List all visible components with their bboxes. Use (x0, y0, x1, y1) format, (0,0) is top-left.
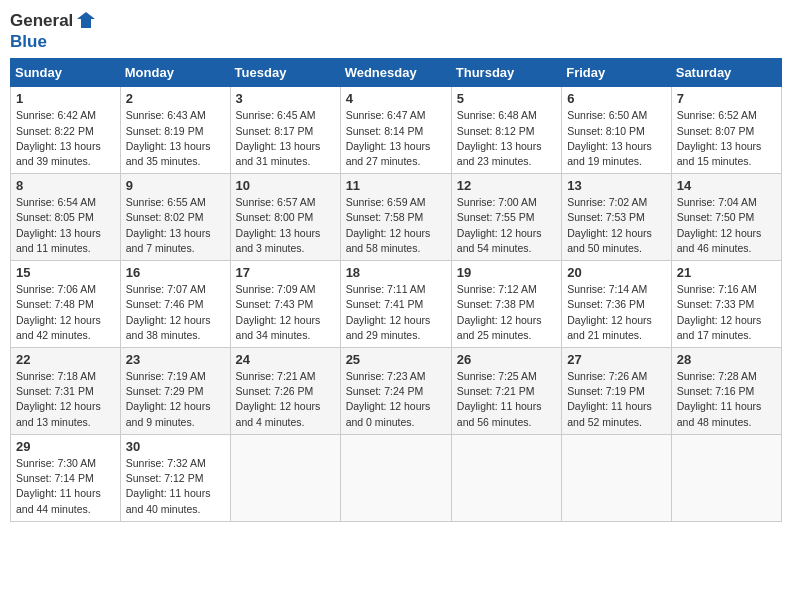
day-info: Sunrise: 7:30 AMSunset: 7:14 PMDaylight:… (16, 456, 115, 517)
day-number: 25 (346, 352, 446, 367)
calendar-week-5: 29Sunrise: 7:30 AMSunset: 7:14 PMDayligh… (11, 434, 782, 521)
calendar-cell: 6Sunrise: 6:50 AMSunset: 8:10 PMDaylight… (562, 87, 672, 174)
day-info: Sunrise: 7:11 AMSunset: 7:41 PMDaylight:… (346, 282, 446, 343)
day-info: Sunrise: 7:02 AMSunset: 7:53 PMDaylight:… (567, 195, 666, 256)
calendar-table: SundayMondayTuesdayWednesdayThursdayFrid… (10, 58, 782, 521)
weekday-header-saturday: Saturday (671, 59, 781, 87)
calendar-cell: 4Sunrise: 6:47 AMSunset: 8:14 PMDaylight… (340, 87, 451, 174)
calendar-cell: 19Sunrise: 7:12 AMSunset: 7:38 PMDayligh… (451, 261, 561, 348)
day-number: 8 (16, 178, 115, 193)
calendar-cell: 24Sunrise: 7:21 AMSunset: 7:26 PMDayligh… (230, 348, 340, 435)
day-number: 28 (677, 352, 776, 367)
day-number: 15 (16, 265, 115, 280)
weekday-header-friday: Friday (562, 59, 672, 87)
day-info: Sunrise: 7:04 AMSunset: 7:50 PMDaylight:… (677, 195, 776, 256)
day-info: Sunrise: 7:26 AMSunset: 7:19 PMDaylight:… (567, 369, 666, 430)
calendar-cell: 2Sunrise: 6:43 AMSunset: 8:19 PMDaylight… (120, 87, 230, 174)
calendar-cell: 5Sunrise: 6:48 AMSunset: 8:12 PMDaylight… (451, 87, 561, 174)
day-info: Sunrise: 7:09 AMSunset: 7:43 PMDaylight:… (236, 282, 335, 343)
day-number: 26 (457, 352, 556, 367)
calendar-week-3: 15Sunrise: 7:06 AMSunset: 7:48 PMDayligh… (11, 261, 782, 348)
day-info: Sunrise: 6:43 AMSunset: 8:19 PMDaylight:… (126, 108, 225, 169)
calendar-cell: 9Sunrise: 6:55 AMSunset: 8:02 PMDaylight… (120, 174, 230, 261)
logo-container: General Blue (10, 10, 97, 52)
day-number: 23 (126, 352, 225, 367)
calendar-cell: 16Sunrise: 7:07 AMSunset: 7:46 PMDayligh… (120, 261, 230, 348)
day-info: Sunrise: 6:48 AMSunset: 8:12 PMDaylight:… (457, 108, 556, 169)
calendar-cell: 15Sunrise: 7:06 AMSunset: 7:48 PMDayligh… (11, 261, 121, 348)
day-info: Sunrise: 7:18 AMSunset: 7:31 PMDaylight:… (16, 369, 115, 430)
day-number: 18 (346, 265, 446, 280)
day-info: Sunrise: 7:07 AMSunset: 7:46 PMDaylight:… (126, 282, 225, 343)
day-info: Sunrise: 7:23 AMSunset: 7:24 PMDaylight:… (346, 369, 446, 430)
day-info: Sunrise: 6:52 AMSunset: 8:07 PMDaylight:… (677, 108, 776, 169)
calendar-cell (451, 434, 561, 521)
day-number: 14 (677, 178, 776, 193)
day-info: Sunrise: 7:25 AMSunset: 7:21 PMDaylight:… (457, 369, 556, 430)
day-info: Sunrise: 6:42 AMSunset: 8:22 PMDaylight:… (16, 108, 115, 169)
calendar-cell: 12Sunrise: 7:00 AMSunset: 7:55 PMDayligh… (451, 174, 561, 261)
day-number: 21 (677, 265, 776, 280)
day-number: 20 (567, 265, 666, 280)
page-header: General Blue (10, 10, 782, 52)
calendar-cell (230, 434, 340, 521)
day-info: Sunrise: 7:21 AMSunset: 7:26 PMDaylight:… (236, 369, 335, 430)
day-number: 27 (567, 352, 666, 367)
calendar-cell: 13Sunrise: 7:02 AMSunset: 7:53 PMDayligh… (562, 174, 672, 261)
calendar-week-4: 22Sunrise: 7:18 AMSunset: 7:31 PMDayligh… (11, 348, 782, 435)
day-number: 4 (346, 91, 446, 106)
calendar-cell: 30Sunrise: 7:32 AMSunset: 7:12 PMDayligh… (120, 434, 230, 521)
calendar-cell: 26Sunrise: 7:25 AMSunset: 7:21 PMDayligh… (451, 348, 561, 435)
calendar-cell: 27Sunrise: 7:26 AMSunset: 7:19 PMDayligh… (562, 348, 672, 435)
day-info: Sunrise: 7:00 AMSunset: 7:55 PMDaylight:… (457, 195, 556, 256)
day-number: 12 (457, 178, 556, 193)
day-info: Sunrise: 7:06 AMSunset: 7:48 PMDaylight:… (16, 282, 115, 343)
day-info: Sunrise: 6:59 AMSunset: 7:58 PMDaylight:… (346, 195, 446, 256)
calendar-week-2: 8Sunrise: 6:54 AMSunset: 8:05 PMDaylight… (11, 174, 782, 261)
day-info: Sunrise: 7:32 AMSunset: 7:12 PMDaylight:… (126, 456, 225, 517)
day-number: 30 (126, 439, 225, 454)
calendar-cell: 21Sunrise: 7:16 AMSunset: 7:33 PMDayligh… (671, 261, 781, 348)
day-info: Sunrise: 7:14 AMSunset: 7:36 PMDaylight:… (567, 282, 666, 343)
calendar-cell: 1Sunrise: 6:42 AMSunset: 8:22 PMDaylight… (11, 87, 121, 174)
calendar-cell: 22Sunrise: 7:18 AMSunset: 7:31 PMDayligh… (11, 348, 121, 435)
day-number: 9 (126, 178, 225, 193)
day-info: Sunrise: 6:50 AMSunset: 8:10 PMDaylight:… (567, 108, 666, 169)
day-number: 24 (236, 352, 335, 367)
calendar-cell: 11Sunrise: 6:59 AMSunset: 7:58 PMDayligh… (340, 174, 451, 261)
calendar-cell: 18Sunrise: 7:11 AMSunset: 7:41 PMDayligh… (340, 261, 451, 348)
day-info: Sunrise: 6:54 AMSunset: 8:05 PMDaylight:… (16, 195, 115, 256)
calendar-cell: 3Sunrise: 6:45 AMSunset: 8:17 PMDaylight… (230, 87, 340, 174)
day-number: 19 (457, 265, 556, 280)
calendar-cell: 25Sunrise: 7:23 AMSunset: 7:24 PMDayligh… (340, 348, 451, 435)
day-info: Sunrise: 7:28 AMSunset: 7:16 PMDaylight:… (677, 369, 776, 430)
calendar-header-row: SundayMondayTuesdayWednesdayThursdayFrid… (11, 59, 782, 87)
day-number: 17 (236, 265, 335, 280)
calendar-cell (671, 434, 781, 521)
day-number: 22 (16, 352, 115, 367)
calendar-cell: 23Sunrise: 7:19 AMSunset: 7:29 PMDayligh… (120, 348, 230, 435)
day-number: 11 (346, 178, 446, 193)
day-info: Sunrise: 6:47 AMSunset: 8:14 PMDaylight:… (346, 108, 446, 169)
day-number: 6 (567, 91, 666, 106)
calendar-cell: 7Sunrise: 6:52 AMSunset: 8:07 PMDaylight… (671, 87, 781, 174)
calendar-cell: 17Sunrise: 7:09 AMSunset: 7:43 PMDayligh… (230, 261, 340, 348)
day-number: 13 (567, 178, 666, 193)
day-number: 10 (236, 178, 335, 193)
calendar-cell (340, 434, 451, 521)
calendar-cell: 14Sunrise: 7:04 AMSunset: 7:50 PMDayligh… (671, 174, 781, 261)
weekday-header-sunday: Sunday (11, 59, 121, 87)
calendar-cell: 10Sunrise: 6:57 AMSunset: 8:00 PMDayligh… (230, 174, 340, 261)
day-number: 5 (457, 91, 556, 106)
day-number: 3 (236, 91, 335, 106)
day-number: 7 (677, 91, 776, 106)
weekday-header-tuesday: Tuesday (230, 59, 340, 87)
logo-bird-icon (75, 10, 97, 32)
calendar-cell: 28Sunrise: 7:28 AMSunset: 7:16 PMDayligh… (671, 348, 781, 435)
logo: General Blue (10, 10, 97, 52)
weekday-header-thursday: Thursday (451, 59, 561, 87)
svg-marker-0 (77, 12, 95, 28)
day-number: 29 (16, 439, 115, 454)
weekday-header-wednesday: Wednesday (340, 59, 451, 87)
day-number: 1 (16, 91, 115, 106)
